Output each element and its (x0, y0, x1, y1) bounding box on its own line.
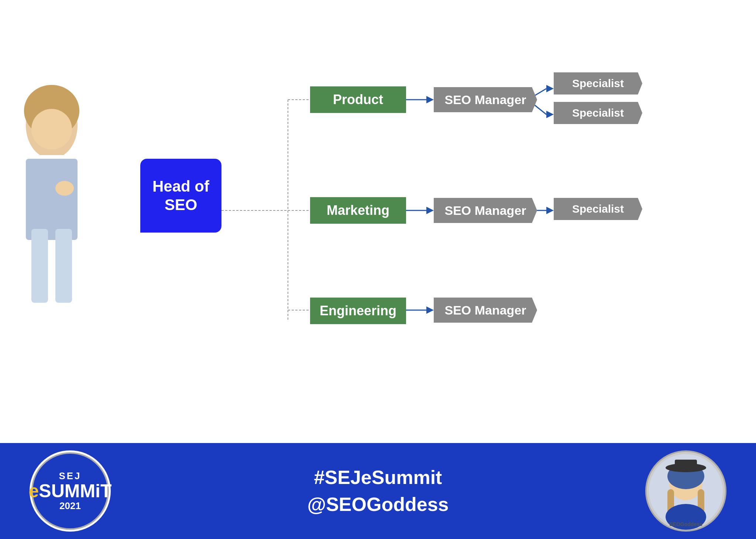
svg-rect-32 (675, 460, 697, 470)
svg-rect-21 (26, 159, 78, 240)
mgr-product-box: SEO Manager (434, 87, 537, 112)
mgr-engineering-box: SEO Manager (434, 298, 537, 323)
svg-point-19 (31, 109, 72, 150)
mgr-marketing-box: SEO Manager (434, 198, 537, 223)
dept-engineering-box: Engineering (310, 298, 406, 324)
spec-product-1-box: Specialist (554, 72, 642, 95)
sej-logo: SEJ eSUMMiT 2021 (30, 450, 111, 532)
spec-marketing-box: Specialist (554, 198, 642, 220)
dept-marketing-box: Marketing (310, 197, 406, 224)
svg-text:SEOGoddess: SEOGoddess (669, 521, 702, 527)
footer-logo-area: SEJ eSUMMiT 2021 (30, 450, 111, 532)
svg-marker-8 (426, 207, 434, 214)
main-content: Head of SEO Product Marketing Engineerin… (0, 0, 756, 443)
svg-marker-16 (546, 207, 554, 214)
svg-marker-10 (426, 306, 434, 314)
girl-figure (0, 81, 103, 347)
spec-product-2-box: Specialist (554, 102, 642, 124)
svg-marker-12 (546, 85, 554, 92)
footer-hashtags: #SEJeSummit @SEOGoddess (307, 464, 449, 518)
head-of-seo-box: Head of SEO (140, 159, 221, 233)
svg-marker-6 (426, 96, 434, 103)
svg-point-24 (55, 181, 74, 196)
footer-bar: SEJ eSUMMiT 2021 #SEJeSummit @SEOGoddess (0, 443, 756, 539)
svg-marker-14 (546, 111, 554, 118)
dept-product-box: Product (310, 86, 406, 113)
seogoddess-avatar: SEOGoddess (645, 450, 726, 532)
svg-rect-22 (31, 229, 48, 303)
svg-rect-23 (55, 229, 72, 303)
